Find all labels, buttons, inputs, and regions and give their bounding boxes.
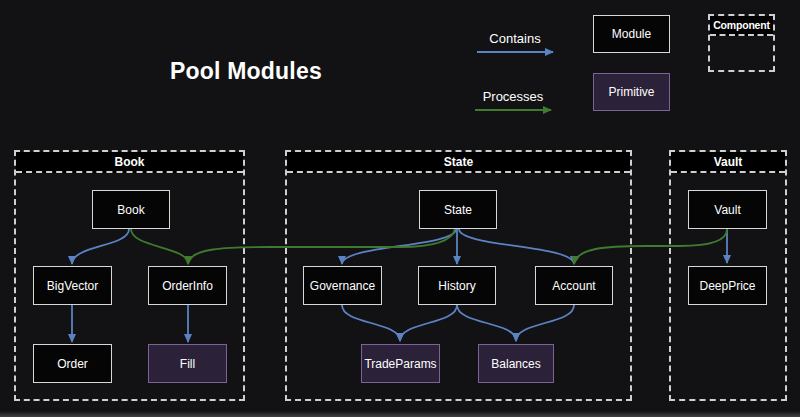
node-order-label: Order xyxy=(57,357,88,371)
node-book: Book xyxy=(92,190,170,229)
legend-primitive-label: Primitive xyxy=(608,85,654,99)
node-vault-label: Vault xyxy=(714,203,740,217)
node-tradeparams: TradeParams xyxy=(361,344,440,383)
node-governance-label: Governance xyxy=(310,279,375,293)
node-orderinfo-label: OrderInfo xyxy=(162,279,213,293)
node-deepprice-label: DeepPrice xyxy=(699,279,755,293)
node-order: Order xyxy=(33,344,112,383)
node-state-label: State xyxy=(444,203,472,217)
node-history-label: History xyxy=(438,279,475,293)
edge-book-orderinfo xyxy=(131,229,188,264)
legend-module-box: Module xyxy=(593,15,670,53)
edge-governance-tradeparams xyxy=(342,305,400,341)
legend-primitive-box: Primitive xyxy=(593,73,670,111)
edge-book-bigvector xyxy=(72,229,129,264)
edge-history-tradeparams xyxy=(400,305,457,341)
node-balances-label: Balances xyxy=(491,357,540,371)
node-account-label: Account xyxy=(552,279,595,293)
edge-state-account xyxy=(459,229,574,264)
legend-component-box: Component xyxy=(708,14,775,72)
node-tradeparams-label: TradeParams xyxy=(364,357,436,371)
node-bigvector-label: BigVector xyxy=(47,279,98,293)
node-state: State xyxy=(419,190,497,229)
node-orderinfo: OrderInfo xyxy=(148,266,227,305)
node-bigvector: BigVector xyxy=(33,266,112,305)
node-fill-label: Fill xyxy=(180,357,195,371)
edge-state-orderinfo xyxy=(188,229,455,264)
legend-component-label: Component xyxy=(710,16,773,36)
legend-module-label: Module xyxy=(612,27,651,41)
edge-vault-account xyxy=(574,229,727,264)
node-account: Account xyxy=(535,266,613,305)
node-fill: Fill xyxy=(148,344,227,383)
legend-contains-label: Contains xyxy=(475,31,555,46)
legend-processes-label: Processes xyxy=(473,89,553,104)
bottom-edge-shade xyxy=(0,411,800,417)
node-balances: Balances xyxy=(478,344,554,383)
node-governance: Governance xyxy=(303,266,382,305)
node-deepprice: DeepPrice xyxy=(688,266,767,305)
edge-history-balances xyxy=(457,305,516,341)
node-book-label: Book xyxy=(117,203,144,217)
edge-account-balances xyxy=(516,305,574,341)
node-vault: Vault xyxy=(688,190,767,229)
node-history: History xyxy=(418,266,496,305)
diagram-canvas: Pool Modules Contains Processes Module P… xyxy=(0,0,800,417)
